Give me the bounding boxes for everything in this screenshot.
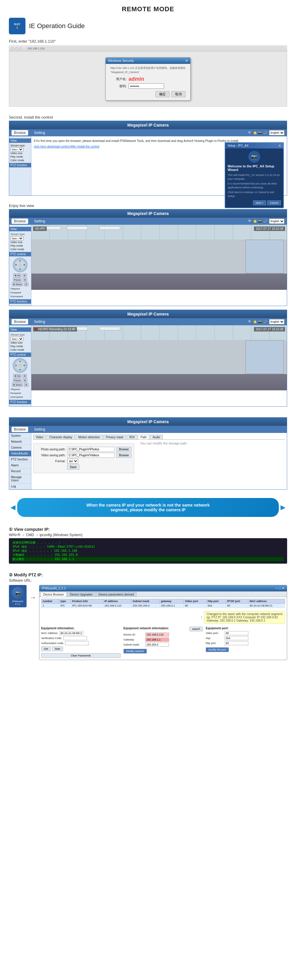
menu-alarm[interactable]: Alarm [9,463,31,468]
ie-guide-title: IE Operation Guide [29,22,85,30]
modify-port-button[interactable]: Modify the port [206,648,229,652]
menu-camera[interactable]: Camera [9,445,31,451]
ipwizard-tab-device-upgrades[interactable]: Device Upgrades [67,592,95,597]
ptz-right[interactable]: ► [22,263,27,267]
menu-system[interactable]: System [9,433,31,439]
liveview2-stream-select[interactable]: Main stream [10,337,23,341]
menu-manageusers[interactable]: Manage Users [9,474,31,484]
liveview1-tab-setting[interactable]: Setting [32,218,47,224]
dialog-close-icon[interactable]: ✕ [185,59,188,63]
liveview2-tab-browse[interactable]: Browse [11,319,28,325]
ok-button[interactable]: 确定 [155,91,170,97]
ptz-joystick-2[interactable]: ▲ ◄ ► ▼ [13,358,27,373]
sub-tab-roi[interactable]: ROI [127,435,138,439]
mac-address-input[interactable] [59,631,83,635]
photo-path-input[interactable] [67,447,115,452]
ptz2-left[interactable]: ◄ [14,363,18,368]
clear-passwords-button[interactable]: Clear Passwords [41,653,120,658]
view-ip-section: ① View computer IP: WIN+R → CMD → ipconf… [0,522,296,567]
ptz2-focus-near[interactable]: Focus [13,379,22,382]
ptz2-down[interactable]: ▼ [18,368,22,372]
ipwizard-maximize-icon[interactable]: □ [278,586,281,590]
photo-browse-button[interactable]: Browse [116,447,131,452]
ptz2-focus-far[interactable]: ⊖ [23,379,27,382]
settings-tab-browse[interactable]: Browse [11,427,28,432]
setup-cancel-button[interactable]: Cancel [267,200,281,205]
liveview1-tab-browse[interactable]: Browse [11,218,28,224]
setup-next-button[interactable]: Next > [253,200,266,205]
sub-tab-audio[interactable]: Audio [150,435,163,439]
setup-wizard-close-icon[interactable]: ✕ [278,144,281,147]
ptz-left[interactable]: ◄ [14,263,18,267]
tab-setting[interactable]: Setting [32,130,47,135]
subnet-input[interactable] [146,643,169,647]
menu-videoaudio[interactable]: Video&Audio [9,451,31,457]
gateway-input[interactable] [146,638,169,642]
liveview2-tab-setting[interactable]: Setting [32,319,47,325]
liveview1-language-select[interactable]: English [269,218,285,224]
ptz-joystick[interactable]: ▲ ◄ ► ▼ [13,258,27,272]
ptz2-iris-close[interactable]: ⊖ [22,374,27,378]
ptz2-right[interactable]: ► [22,363,27,368]
ptz-zoom-in[interactable]: ⊕ Zoom [12,282,23,286]
download-control-link[interactable]: click here download control After instal… [34,145,99,148]
settings-tab-setting[interactable]: Setting [32,427,47,432]
header-section: firST 1 IE Operation Guide [0,16,296,35]
format-select[interactable]: avi [67,459,78,464]
cancel-button[interactable]: 取消 [171,91,186,97]
rtsp-input[interactable] [225,636,248,640]
liveview1-stream-select[interactable]: Main stream [10,236,23,240]
ptz2-center[interactable] [18,363,22,368]
ptz-up[interactable]: ▲ [18,258,22,263]
save-button[interactable]: Save [67,465,79,469]
ptz2-bottomleft [14,368,18,372]
start-button[interactable]: Start [52,646,63,651]
authorization-input[interactable] [65,641,89,645]
menu-ptzfunction[interactable]: PTZ function [9,457,31,463]
video-port-input[interactable] [225,631,248,635]
ptz-focus-near[interactable]: Focus [13,278,22,282]
device-id-input[interactable] [146,633,169,637]
menu-network[interactable]: Network [9,439,31,445]
sub-tab-path[interactable]: Path [138,435,149,439]
menu-record[interactable]: Record [9,468,31,474]
arrow-left-icon: ◄ [9,503,17,512]
get-button[interactable]: Get [41,646,51,651]
setup-wizard-buttons: Next > Cancel [228,200,281,205]
video-path-input[interactable] [67,453,115,458]
sub-tab-motion[interactable]: Motion detection [75,435,102,439]
ptz-focus-far[interactable]: ⊖ [23,278,27,282]
liveview1-ptz-title: PTZ control [9,252,31,256]
address-bar[interactable]: 192.168.1.110 [26,46,285,51]
video-browse-button[interactable]: Browse [116,453,131,458]
table-row[interactable]: 1 IPC IPC-J55-E24+85 192.168.0.110 255.2… [42,603,285,608]
ptz2-zoom-out[interactable]: ⊖ [24,383,29,387]
sub-tab-video[interactable]: Video [33,435,46,439]
ptz2-iris-open[interactable]: ⊕ Iris [13,374,22,378]
modify-network-button[interactable]: Modify network [123,649,147,654]
ptz-iris-close[interactable]: ⊖ [22,274,27,277]
http-port-input[interactable] [225,641,248,645]
stream-type-select[interactable]: Main stream [10,147,23,151]
verification-input[interactable] [63,636,87,640]
ptz-center[interactable] [18,263,22,267]
sub-tab-chardisplay[interactable]: Character display [46,435,75,439]
tab-browse[interactable]: Browse [11,130,28,135]
equipment-port-title: Equipment port: [206,627,285,630]
language-select[interactable]: English [269,130,285,135]
liveview2-language-select[interactable]: English [269,319,285,325]
ptz2-up[interactable]: ▲ [18,359,22,363]
ipwizard-close-icon[interactable]: ✕ [282,586,285,590]
password-label: 密码: [110,84,127,88]
password-input[interactable] [128,83,164,89]
ipwizard-tab-device-params[interactable]: Device parameters derived [96,592,137,597]
ptz2-zoom-in[interactable]: ⊕ Zoom [12,383,23,387]
ipwizard-tab-device-browser[interactable]: Device Browser [40,592,67,597]
ptz-zoom-out[interactable]: ⊖ [24,282,29,286]
ipwizard-minimize-icon[interactable]: ─ [275,586,278,590]
sub-tab-privacy[interactable]: Privacy mask [103,435,126,439]
search-button[interactable]: search [189,627,203,632]
ptz-iris-open[interactable]: ⊕ Iris [13,274,22,277]
menu-log[interactable]: Log [9,484,31,489]
ptz-down[interactable]: ▼ [18,267,22,272]
